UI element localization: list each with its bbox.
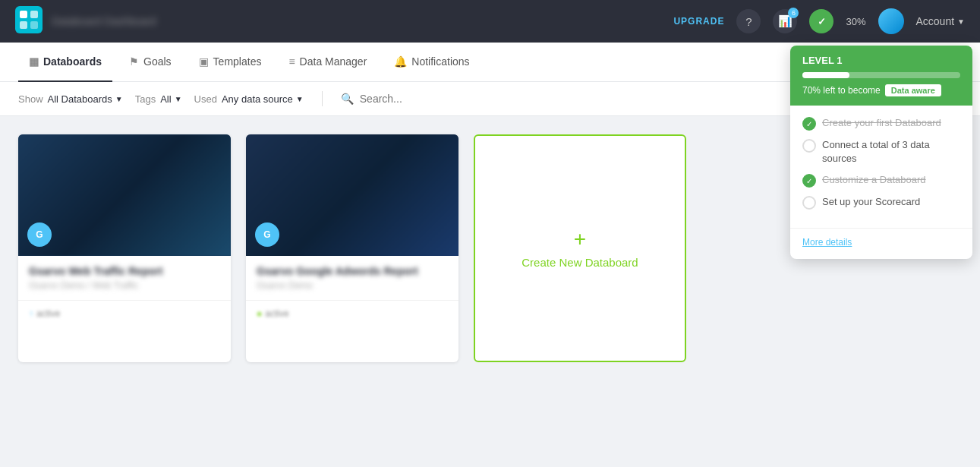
databoards-label: Databoards [43, 55, 102, 68]
status-text: active [36, 308, 60, 319]
card-body: Gsarvo Google Adwords Report Gsarvo Demo [246, 256, 458, 300]
card-footer: ● active [246, 300, 458, 327]
account-label: Account [916, 15, 955, 27]
notifications-icon[interactable]: 📊 6 [773, 9, 797, 33]
bell-icon: 🔔 [394, 55, 407, 68]
status-text: active [265, 308, 288, 319]
tags-filter: Tags All ▼ [135, 93, 182, 105]
svg-rect-1 [20, 11, 27, 18]
task-text: Create your first Databoard [822, 116, 941, 130]
task-item: Connect a total of 3 data sources [802, 138, 960, 166]
svg-rect-0 [15, 6, 43, 33]
help-icon[interactable]: ? [736, 9, 761, 33]
databoard-card[interactable]: G Gsarvo Web Traffic Report Gsarvo Demo … [18, 134, 231, 362]
card-status: ↑ active [29, 308, 220, 319]
notifications-label: Notifications [411, 55, 469, 68]
gamification-popup: LEVEL 1 70% left to become Data aware ✓ … [790, 46, 972, 259]
left-text: 70% left to become [802, 85, 881, 96]
used-filter: Used Any data source ▼ [194, 93, 304, 105]
svg-rect-4 [30, 21, 38, 29]
popup-subtitle: 70% left to become Data aware [802, 84, 960, 96]
top-nav: Databoard Dashboard UPGRADE ? 📊 6 ✓ 30% … [0, 0, 980, 43]
account-button[interactable]: Account ▼ [916, 15, 966, 27]
progress-bar-fill [802, 72, 849, 78]
chevron-down-icon: ▼ [957, 17, 965, 26]
task-item: ✓ Create your first Databoard [802, 116, 960, 131]
popup-footer: More details [790, 228, 972, 259]
used-chevron-icon: ▼ [296, 95, 304, 103]
status-icon: ● [257, 308, 262, 319]
show-chevron-icon: ▼ [115, 95, 123, 103]
filter-divider [322, 91, 323, 106]
svg-rect-3 [20, 21, 27, 29]
card-title: Gsarvo Web Traffic Report [29, 265, 220, 277]
card-thumbnail: G [246, 134, 458, 256]
task-text: Connect a total of 3 data sources [822, 138, 960, 166]
card-badge: G [255, 222, 279, 247]
sidebar-item-goals[interactable]: ⚑ Goals [118, 43, 182, 82]
sidebar-item-notifications[interactable]: 🔔 Notifications [383, 43, 480, 82]
popup-body: ✓ Create your first Databoard Connect a … [790, 106, 972, 228]
task-pending-icon [802, 196, 816, 210]
create-plus-icon: + [574, 229, 586, 250]
search-input[interactable] [360, 93, 512, 105]
card-status: ● active [257, 308, 448, 319]
task-check-icon: ✓ [802, 117, 816, 131]
status-icon: ↑ [29, 308, 33, 319]
sidebar-item-databoards[interactable]: ▦ Databoards [18, 43, 112, 82]
databoard-card[interactable]: G Gsarvo Google Adwords Report Gsarvo De… [246, 134, 458, 362]
tags-chevron-icon: ▼ [175, 95, 182, 103]
sidebar-item-data-manager[interactable]: ≡ Data Manager [278, 43, 377, 82]
task-text: Set up your Scorecard [822, 195, 920, 209]
task-item: ✓ Customize a Databoard [802, 173, 960, 188]
goals-icon: ⚑ [129, 55, 139, 68]
templates-icon: ▣ [199, 55, 209, 68]
tags-select[interactable]: All ▼ [160, 93, 181, 105]
card-footer: ↑ active [18, 300, 231, 327]
used-select[interactable]: Any data source ▼ [222, 93, 304, 105]
card-body: Gsarvo Web Traffic Report Gsarvo Demo / … [18, 256, 231, 300]
used-label: Used [194, 93, 217, 105]
sidebar-item-templates[interactable]: ▣ Templates [188, 43, 273, 82]
upgrade-button[interactable]: UPGRADE [673, 16, 724, 27]
progress-pct: 30% [846, 16, 865, 27]
user-avatar[interactable] [878, 8, 904, 34]
task-pending-icon [802, 139, 816, 153]
data-aware-badge: Data aware [885, 84, 941, 96]
progress-bar-bg [802, 72, 960, 78]
card-meta: Gsarvo Demo / Web Traffic [29, 280, 220, 291]
show-value: All Databoards [48, 93, 112, 105]
task-text: Customize a Databoard [822, 173, 926, 187]
card-meta: Gsarvo Demo [257, 280, 448, 291]
templates-label: Templates [213, 55, 262, 68]
search-box[interactable]: 🔍 [341, 93, 512, 105]
card-title: Gsarvo Google Adwords Report [257, 265, 448, 277]
data-manager-icon: ≡ [288, 55, 295, 68]
task-check-icon: ✓ [802, 174, 816, 188]
data-manager-label: Data Manager [300, 55, 367, 68]
used-value: Any data source [222, 93, 293, 105]
level-icon[interactable]: ✓ [809, 9, 833, 33]
show-filter: Show All Databoards ▼ [18, 93, 123, 105]
show-label: Show [18, 93, 43, 105]
create-label: Create New Databoard [522, 256, 638, 269]
card-badge: G [27, 222, 52, 247]
tags-value: All [160, 93, 171, 105]
svg-rect-2 [30, 11, 38, 18]
app-title: Databoard Dashboard [52, 15, 156, 27]
search-icon: 🔍 [341, 93, 354, 105]
popup-header: LEVEL 1 70% left to become Data aware [790, 46, 972, 106]
task-item: Set up your Scorecard [802, 195, 960, 210]
notifications-badge: 6 [788, 8, 799, 18]
goals-label: Goals [143, 55, 172, 68]
popup-level: LEVEL 1 [802, 55, 960, 66]
tags-label: Tags [135, 93, 156, 105]
create-new-card[interactable]: + Create New Databoard [474, 134, 686, 362]
card-thumbnail: G [18, 134, 231, 256]
more-details-link[interactable]: More details [802, 237, 852, 248]
app-logo [15, 6, 43, 36]
show-select[interactable]: All Databoards ▼ [48, 93, 123, 105]
databoards-icon: ▦ [29, 55, 39, 68]
